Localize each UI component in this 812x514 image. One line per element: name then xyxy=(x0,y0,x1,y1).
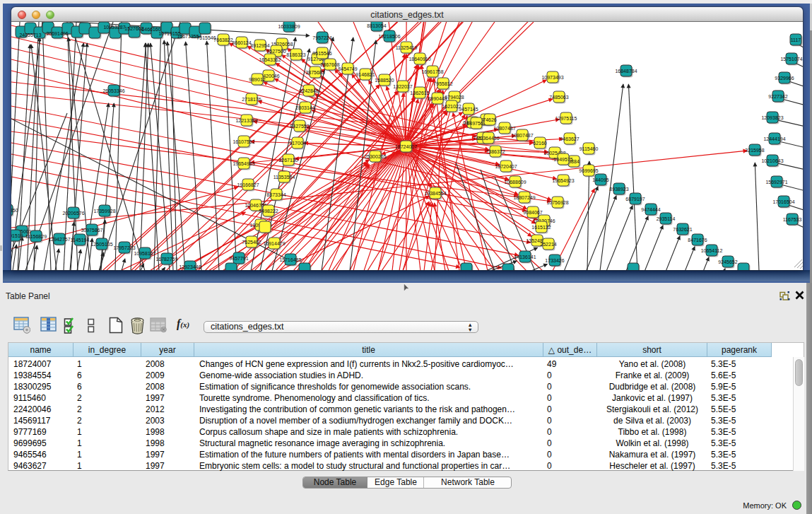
svg-text:10958167: 10958167 xyxy=(134,251,155,256)
svg-text:16107552: 16107552 xyxy=(233,139,254,144)
svg-text:3215958: 3215958 xyxy=(745,148,764,153)
svg-text:10654112: 10654112 xyxy=(701,248,723,253)
svg-text:7632621: 7632621 xyxy=(673,227,692,232)
svg-text:1362615: 1362615 xyxy=(410,90,429,95)
svg-text:20206576: 20206576 xyxy=(62,211,84,216)
svg-text:18724007: 18724007 xyxy=(395,144,417,149)
svg-text:6794028: 6794028 xyxy=(445,95,464,100)
svg-text:1949575: 1949575 xyxy=(553,157,572,162)
svg-text:9457791: 9457791 xyxy=(229,256,248,261)
svg-text:62160: 62160 xyxy=(533,141,547,146)
svg-text:10807487: 10807487 xyxy=(493,126,515,131)
svg-text:16033809: 16033809 xyxy=(278,24,300,29)
svg-text:10807487: 10807487 xyxy=(511,133,533,138)
svg-text:8471676: 8471676 xyxy=(688,238,707,243)
svg-text:8660124: 8660124 xyxy=(232,40,251,45)
svg-text:10210643: 10210643 xyxy=(761,158,783,163)
svg-text:25300265: 25300265 xyxy=(364,154,386,159)
svg-text:7515546: 7515546 xyxy=(196,35,216,40)
svg-text:2803144: 2803144 xyxy=(295,105,314,110)
svg-text:19166827: 19166827 xyxy=(237,182,259,187)
svg-text:16914479: 16914479 xyxy=(263,241,285,246)
svg-text:17016504: 17016504 xyxy=(772,199,794,204)
svg-text:20691406: 20691406 xyxy=(46,31,68,36)
svg-text:9227342: 9227342 xyxy=(768,94,787,99)
svg-text:12505135: 12505135 xyxy=(90,242,112,247)
svg-text:11353594: 11353594 xyxy=(273,175,295,180)
svg-text:7386372: 7386372 xyxy=(486,149,505,154)
svg-text:252214: 252214 xyxy=(540,242,556,247)
svg-text:8454749: 8454749 xyxy=(338,66,357,71)
svg-text:18807249: 18807249 xyxy=(513,195,535,200)
svg-text:12923446: 12923446 xyxy=(179,264,201,269)
svg-text:9115460: 9115460 xyxy=(579,146,599,151)
svg-text:10688609: 10688609 xyxy=(504,180,526,185)
svg-text:16961758: 16961758 xyxy=(421,69,443,74)
svg-text:9146821: 9146821 xyxy=(355,72,375,77)
svg-text:15692971: 15692971 xyxy=(765,180,787,185)
svg-text:74626: 74626 xyxy=(483,117,497,122)
svg-text:1117: 1117 xyxy=(791,37,801,42)
svg-text:9527500: 9527500 xyxy=(266,49,286,54)
svg-text:8427552: 8427552 xyxy=(290,124,309,129)
svg-text:17359928: 17359928 xyxy=(93,209,115,214)
svg-text:15716485: 15716485 xyxy=(279,257,301,262)
svg-text:10853287: 10853287 xyxy=(103,25,125,30)
svg-text:10756928: 10756928 xyxy=(546,200,568,205)
svg-text:9463627: 9463627 xyxy=(560,136,579,141)
svg-text:8938923: 8938923 xyxy=(609,187,628,192)
svg-text:14136141: 14136141 xyxy=(514,255,536,259)
svg-text:989012: 989012 xyxy=(249,77,265,82)
svg-text:20364436: 20364436 xyxy=(477,136,499,141)
svg-text:391519: 391519 xyxy=(11,233,23,238)
svg-text:12975115: 12975115 xyxy=(555,116,577,121)
svg-text:17957223: 17957223 xyxy=(113,245,135,250)
svg-text:8186323: 8186323 xyxy=(286,52,305,57)
svg-text:3875685: 3875685 xyxy=(305,70,324,75)
svg-text:12213389: 12213389 xyxy=(235,118,257,123)
svg-text:16543362: 16543362 xyxy=(259,57,281,62)
svg-text:16782759: 16782759 xyxy=(155,257,177,262)
svg-text:1145194: 1145194 xyxy=(71,238,90,243)
svg-text:10973493: 10973493 xyxy=(541,75,563,80)
svg-text:144095: 144095 xyxy=(592,177,608,182)
svg-text:8912954: 8912954 xyxy=(250,43,269,48)
svg-text:12942757: 12942757 xyxy=(48,237,70,242)
svg-text:24055713: 24055713 xyxy=(19,33,41,37)
svg-text:12444194: 12444194 xyxy=(763,136,785,141)
svg-text:11325419: 11325419 xyxy=(396,45,418,50)
svg-text:26260350: 26260350 xyxy=(11,208,18,213)
svg-text:11156829: 11156829 xyxy=(25,234,47,239)
svg-text:26053346: 26053346 xyxy=(102,88,124,93)
svg-text:9329966: 9329966 xyxy=(775,76,794,81)
svg-text:19218506: 19218506 xyxy=(378,34,400,39)
svg-text:30975867: 30975867 xyxy=(81,228,102,233)
svg-text:2935114: 2935114 xyxy=(657,216,676,221)
svg-text:18640910: 18640910 xyxy=(408,57,430,62)
svg-text:9457145: 9457145 xyxy=(459,107,478,112)
svg-text:1322037: 1322037 xyxy=(393,84,412,89)
svg-text:9242848: 9242848 xyxy=(299,88,318,93)
svg-text:7625402: 7625402 xyxy=(242,240,261,245)
svg-text:15751074: 15751074 xyxy=(780,57,802,62)
svg-text:9515546: 9515546 xyxy=(312,51,331,56)
svg-text:16848784: 16848784 xyxy=(615,69,637,74)
svg-text:1588520: 1588520 xyxy=(375,78,394,83)
svg-text:6879197: 6879197 xyxy=(625,197,645,201)
svg-text:917004: 917004 xyxy=(289,141,305,146)
svg-text:3267130: 3267130 xyxy=(278,158,298,163)
svg-text:5498222: 5498222 xyxy=(259,209,278,214)
svg-text:7485063: 7485063 xyxy=(549,95,568,100)
svg-text:9084067: 9084067 xyxy=(523,210,542,215)
svg-text:8813054: 8813054 xyxy=(367,23,386,28)
svg-text:8873344: 8873344 xyxy=(266,192,286,197)
svg-text:1167533: 1167533 xyxy=(783,217,802,222)
svg-text:19654985: 19654985 xyxy=(233,161,254,166)
svg-text:1615132: 1615132 xyxy=(531,225,551,230)
svg-text:15720407: 15720407 xyxy=(495,164,517,169)
svg-text:2867608: 2867608 xyxy=(320,62,339,67)
svg-text:19384554: 19384554 xyxy=(424,191,446,196)
svg-text:16671355: 16671355 xyxy=(177,34,199,39)
svg-text:1733426: 1733426 xyxy=(545,258,564,263)
svg-text:7955812: 7955812 xyxy=(433,81,452,86)
